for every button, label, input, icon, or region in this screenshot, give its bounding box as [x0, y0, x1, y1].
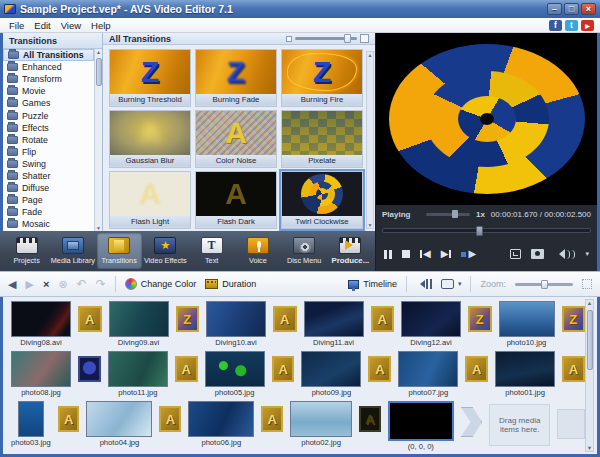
clip-photo01[interactable]: photo01.jpg: [495, 351, 555, 397]
clip-thumbnail[interactable]: [304, 301, 364, 337]
clip-thumbnail[interactable]: [290, 401, 352, 437]
twitter-icon[interactable]: t: [565, 20, 578, 31]
tab-transitions[interactable]: Transitions: [97, 233, 142, 269]
clip-thumbnail[interactable]: [11, 351, 71, 387]
scroll-up-icon[interactable]: ▲: [368, 52, 373, 58]
sidebar-item-transform[interactable]: Transform: [3, 73, 94, 85]
duration-button[interactable]: Duration: [205, 279, 256, 289]
transition-chip[interactable]: A: [175, 356, 198, 382]
scroll-down-icon[interactable]: ▼: [587, 445, 592, 451]
speed-slider-thumb[interactable]: [452, 210, 458, 218]
close-button[interactable]: ×: [581, 3, 596, 15]
selected-clip-thumbnail[interactable]: [388, 401, 454, 441]
clip-photo03[interactable]: photo03.jpg: [11, 401, 51, 447]
redo-button[interactable]: ↷: [96, 277, 106, 291]
seek-thumb[interactable]: [476, 226, 483, 236]
clip-photo05[interactable]: photo05.jpg: [205, 351, 265, 397]
clip-thumbnail[interactable]: [188, 401, 254, 437]
pause-button[interactable]: [384, 250, 392, 259]
previous-frame-button[interactable]: ◀: [420, 249, 431, 259]
forward-button[interactable]: ▶: [25, 278, 33, 291]
volume-button[interactable]: [554, 249, 575, 259]
clip-thumbnail[interactable]: [206, 301, 266, 337]
gallery-scrollbar[interactable]: ▲ ▼: [366, 51, 374, 229]
sidebar-item-diffuse[interactable]: Diffuse: [3, 182, 94, 194]
clip-thumbnail[interactable]: [109, 301, 169, 337]
clip-black-color[interactable]: (0, 0, 0): [388, 401, 454, 451]
tab-video-effects[interactable]: ★ Video Effects: [143, 233, 188, 269]
fit-to-screen-icon[interactable]: [582, 279, 592, 289]
size-slider-thumb[interactable]: [344, 34, 351, 43]
speed-slider[interactable]: [426, 213, 470, 216]
transition-chip[interactable]: A: [78, 306, 102, 332]
clip-photo09[interactable]: photo09.jpg: [301, 351, 361, 397]
transition-chip[interactable]: A: [261, 406, 283, 432]
scroll-down-icon[interactable]: ▼: [368, 222, 373, 228]
empty-slot[interactable]: [557, 409, 585, 439]
transition-chip[interactable]: A: [273, 306, 297, 332]
video-preview-screen[interactable]: [376, 33, 597, 205]
transition-chip[interactable]: A: [272, 356, 295, 382]
clip-thumbnail[interactable]: [205, 351, 265, 387]
transition-chip[interactable]: A: [368, 356, 391, 382]
transition-chip[interactable]: A: [562, 356, 585, 382]
tab-projects[interactable]: Projects: [4, 233, 49, 269]
storyboard-scrollbar[interactable]: ▲ ▼: [585, 299, 594, 452]
facebook-icon[interactable]: f: [549, 20, 562, 31]
clip-thumbnail[interactable]: [108, 351, 168, 387]
zoom-slider[interactable]: [515, 283, 573, 286]
sidebar-item-rotate[interactable]: Rotate: [3, 134, 94, 146]
menu-help[interactable]: Help: [86, 20, 116, 31]
transition-chip[interactable]: A: [159, 406, 181, 432]
sidebar-item-puzzle[interactable]: Puzzle: [3, 109, 94, 121]
delete-all-button[interactable]: ⊗: [58, 278, 67, 291]
clip-photo08[interactable]: photo08.jpg: [11, 351, 71, 397]
sidebar-item-swing[interactable]: Swing: [3, 158, 94, 170]
scroll-up-icon[interactable]: ▲: [96, 49, 101, 55]
sidebar-item-shatter[interactable]: Shatter: [3, 170, 94, 182]
display-mode-button[interactable]: ▾: [441, 279, 462, 289]
menu-edit[interactable]: Edit: [29, 20, 55, 31]
sidebar-item-movie[interactable]: Movie: [3, 85, 94, 97]
audio-mixer-button[interactable]: [416, 279, 432, 289]
youtube-icon[interactable]: ▶: [581, 20, 594, 31]
sidebar-item-games[interactable]: Games: [3, 97, 94, 109]
transition-chip[interactable]: A: [58, 406, 80, 432]
clip-thumbnail[interactable]: [398, 351, 458, 387]
sidebar-item-mosaic[interactable]: Mosaic: [3, 218, 94, 230]
transition-flash-light[interactable]: A Flash Light: [109, 171, 191, 229]
transition-twirl-clockwise[interactable]: Twirl Clockwise: [281, 171, 363, 229]
stop-button[interactable]: [402, 250, 410, 258]
undo-button[interactable]: ↶: [77, 277, 87, 291]
seek-bar[interactable]: [382, 228, 591, 233]
delete-button[interactable]: ×: [43, 278, 49, 290]
fullscreen-icon[interactable]: [510, 249, 521, 259]
clip-diving09[interactable]: Diving09.avi: [109, 301, 169, 347]
sidebar-item-effects[interactable]: Effects: [3, 122, 94, 134]
clip-thumbnail[interactable]: [401, 301, 461, 337]
transition-burning-fire[interactable]: Z Burning Fire: [281, 49, 363, 107]
transition-chip[interactable]: [78, 356, 101, 382]
sidebar-scrollbar[interactable]: ▲ ▼: [94, 49, 102, 231]
transition-burning-threshold[interactable]: Z Burning Threshold: [109, 49, 191, 107]
clip-thumbnail[interactable]: [18, 401, 44, 437]
volume-caret-icon[interactable]: ▾: [585, 250, 589, 258]
clip-thumbnail[interactable]: [11, 301, 71, 337]
tab-voice[interactable]: Voice: [235, 233, 280, 269]
change-color-button[interactable]: Change Color: [125, 278, 197, 290]
transition-chip[interactable]: Z: [468, 306, 492, 332]
clip-photo06[interactable]: photo06.jpg: [188, 401, 254, 447]
transition-chip[interactable]: A: [359, 406, 381, 432]
sidebar-item-flip[interactable]: Flip: [3, 146, 94, 158]
transition-burning-fade[interactable]: Z Burning Fade: [195, 49, 277, 107]
transition-gaussian-blur[interactable]: A Gaussian Blur: [109, 110, 191, 168]
clip-photo11[interactable]: photo11.jpg: [108, 351, 168, 397]
tab-media-library[interactable]: Media Library: [50, 233, 95, 269]
clip-photo04[interactable]: photo04.jpg: [86, 401, 152, 447]
thumbnail-size-slider[interactable]: [286, 34, 369, 43]
menu-view[interactable]: View: [56, 20, 86, 31]
clip-thumbnail[interactable]: [86, 401, 152, 437]
tab-produce[interactable]: Produce...: [328, 233, 373, 269]
clip-diving11[interactable]: Diving11.avi: [304, 301, 364, 347]
maximize-button[interactable]: □: [564, 3, 579, 15]
